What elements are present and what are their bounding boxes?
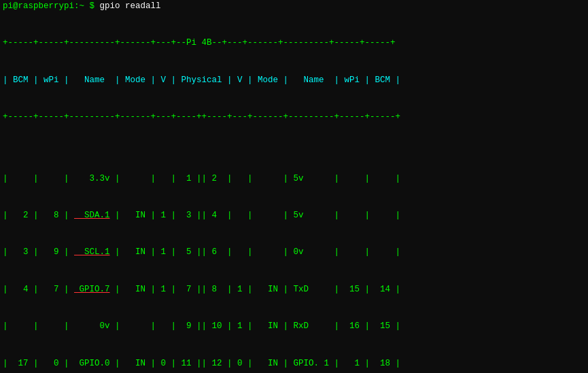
table-row: | 2 | 8 | SDA.1 | IN | 1 | 3 || 4 | | | … <box>3 209 585 221</box>
terminal: pi@raspberrypi:~ $ gpio readall +-----+-… <box>0 0 588 373</box>
table-row: | | | 3.3v | | | 1 || 2 | | | 5v | | | <box>3 173 585 185</box>
table-row: | 4 | 7 | GPIO.7 | IN | 1 | 7 || 8 | 1 |… <box>3 283 585 296</box>
top-divider: +-----+-----+---------+------+---+--Pi 4… <box>3 37 585 49</box>
prompt-top: pi@raspberrypi:~ $ <box>3 1 100 11</box>
table-body: | | | 3.3v | | | 1 || 2 | | | 5v | | | |… <box>3 147 585 373</box>
gpio-table: +-----+-----+---------+------+---+--Pi 4… <box>3 12 585 373</box>
table-row: | 17 | 0 | GPIO.0 | IN | 0 | 11 || 12 | … <box>3 357 585 370</box>
header-divider: +-----+-----+---------+------+---+----++… <box>3 111 585 123</box>
gpio7-cell: GPIO.7 <box>74 285 110 294</box>
scl1-cell: SCL.1 <box>74 247 110 257</box>
sda1-cell: SDA.1 <box>74 211 110 220</box>
command-line-top: pi@raspberrypi:~ $ gpio readall <box>3 1 585 11</box>
command-text: gpio readall <box>100 1 161 11</box>
table-row: | 3 | 9 | SCL.1 | IN | 1 | 5 || 6 | | | … <box>3 246 585 258</box>
table-header: | BCM | wPi | Name | Mode | V | Physical… <box>3 74 585 86</box>
table-row: | | | 0v | | | 9 || 10 | 1 | IN | RxD | … <box>3 320 585 332</box>
